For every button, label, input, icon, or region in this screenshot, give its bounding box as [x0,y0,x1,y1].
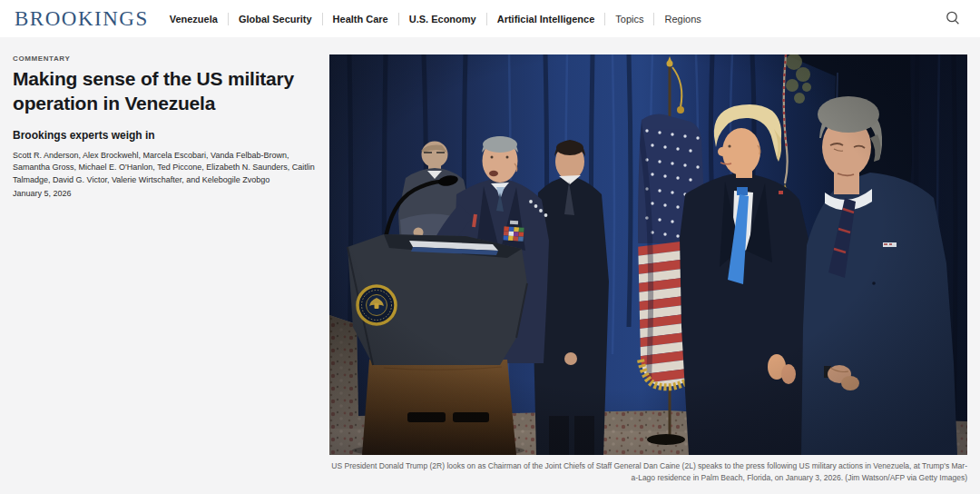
nav-item-topics[interactable]: Topics [605,13,654,25]
content-type-eyebrow: COMMENTARY [13,54,323,63]
site-header: BROOKINGS Venezuela Global Security Heal… [0,0,980,37]
article-page: COMMENTARY Making sense of the US milita… [0,37,980,494]
main-nav: Venezuela Global Security Health Care U.… [160,12,711,25]
nav-item-health-care[interactable]: Health Care [323,13,399,25]
brookings-logo[interactable]: BROOKINGS [15,7,149,31]
nav-item-venezuela[interactable]: Venezuela [160,13,229,25]
article-subtitle: Brookings experts weigh in [13,129,323,142]
press-conference-illustration [329,54,967,455]
page-title: Making sense of the US military operatio… [13,67,317,116]
nav-item-regions[interactable]: Regions [654,13,710,25]
nav-item-us-economy[interactable]: U.S. Economy [399,13,487,25]
publish-date: January 5, 2026 [13,189,323,198]
nav-item-global-security[interactable]: Global Security [229,13,323,25]
author-byline: Scott R. Anderson, Alex Brockwehl, Marce… [13,150,326,187]
photo-caption: US President Donald Trump (2R) looks on … [329,460,967,484]
search-icon[interactable] [944,9,962,27]
nav-item-artificial-intelligence[interactable]: Artificial Intelligence [487,13,606,25]
hero-photo [329,54,967,455]
article-header: COMMENTARY Making sense of the US milita… [13,54,323,198]
